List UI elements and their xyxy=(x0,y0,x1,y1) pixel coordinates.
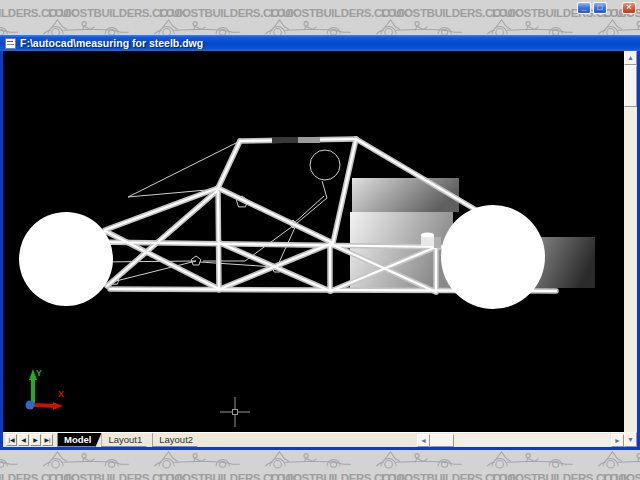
locost-car-logo xyxy=(262,450,354,469)
watermark-bottom: LOCOSTBUILDERS.CO.UKLOCOSTBUILDERS.CO.UK… xyxy=(0,450,640,480)
window-title: F:\autocad\measuring for steelb.dwg xyxy=(20,37,638,49)
layout-tab-row: |◀◀▶▶| ModelLayout1Layout2 ◄ ► xyxy=(3,432,624,447)
scroll-right-button[interactable]: ► xyxy=(611,434,624,447)
watermark-text-row: LOCOSTBUILDERS.CO.UKLOCOSTBUILDERS.CO.UK… xyxy=(0,0,640,18)
horizontal-scrollbar[interactable]: ◄ ► xyxy=(417,434,624,447)
vertical-scrollbar[interactable]: ▲ xyxy=(624,51,637,432)
horizontal-scroll-track[interactable] xyxy=(454,434,611,447)
locost-car-logo xyxy=(0,18,21,35)
svg-text:Y: Y xyxy=(36,368,42,378)
tab-strip-filler xyxy=(203,433,417,447)
tab-model[interactable]: Model xyxy=(57,433,101,447)
locost-car-logo xyxy=(262,18,354,35)
locost-car-logo xyxy=(0,450,21,469)
locost-car-logo xyxy=(484,450,576,469)
watermark-car-row xyxy=(0,450,640,468)
drawing-canvas-svg: YX xyxy=(3,51,624,432)
drawing-canvas[interactable]: YX xyxy=(3,51,624,432)
svg-text:X: X xyxy=(58,389,64,399)
locost-car-logo xyxy=(40,18,132,35)
horizontal-scroll-thumb[interactable] xyxy=(430,434,454,447)
window-titlebar: F:\autocad\measuring for steelb.dwg xyxy=(0,35,640,51)
watermark-car-row xyxy=(0,18,640,35)
layout-tabs: ModelLayout1Layout2 xyxy=(57,433,203,447)
scroll-left-button[interactable]: ◄ xyxy=(417,434,430,447)
screenshot-root: LOCOSTBUILDERS.CO.UKLOCOSTBUILDERS.CO.UK… xyxy=(0,0,640,480)
close-button[interactable]: × xyxy=(622,2,636,14)
watermark-text: LOCOSTBUILDERS.CO.UK xyxy=(603,472,640,480)
locost-car-logo xyxy=(484,18,576,35)
locost-car-logo xyxy=(40,450,132,469)
tab-nav-prev[interactable]: ◀ xyxy=(18,434,29,446)
scroll-down-button[interactable]: ▼ xyxy=(624,432,637,447)
locost-car-logo xyxy=(151,18,243,35)
watermark-text-row: LOCOSTBUILDERS.CO.UKLOCOSTBUILDERS.CO.UK… xyxy=(0,468,640,480)
locost-car-logo xyxy=(595,450,640,469)
locost-car-logo xyxy=(151,450,243,469)
tab-nav-last[interactable]: ▶| xyxy=(42,434,53,446)
maximize-button[interactable]: □ xyxy=(593,2,607,14)
minimize-button[interactable]: _ xyxy=(577,2,591,14)
watermark-top: LOCOSTBUILDERS.CO.UKLOCOSTBUILDERS.CO.UK… xyxy=(0,0,640,35)
locost-car-logo xyxy=(595,18,640,35)
tab-layout2[interactable]: Layout2 xyxy=(152,433,203,447)
locost-car-logo xyxy=(373,450,465,469)
dwg-file-icon xyxy=(5,38,16,49)
scroll-up-button[interactable]: ▲ xyxy=(624,51,637,65)
tab-nav-next[interactable]: ▶ xyxy=(30,434,41,446)
tab-nav: |◀◀▶▶| xyxy=(5,433,53,447)
tab-nav-first[interactable]: |◀ xyxy=(6,434,17,446)
vertical-scroll-thumb[interactable] xyxy=(624,65,637,107)
tab-layout1[interactable]: Layout1 xyxy=(101,433,152,447)
locost-car-logo xyxy=(373,18,465,35)
